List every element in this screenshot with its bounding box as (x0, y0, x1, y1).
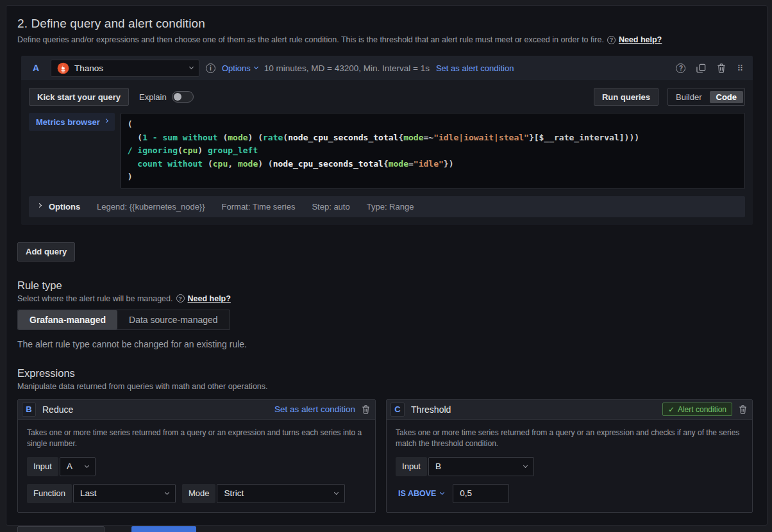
expression-title: Reduce (42, 404, 73, 415)
preview-button[interactable]: Preview (131, 526, 196, 532)
expression-ref-id: B (22, 403, 36, 417)
expression-ref-id: C (390, 403, 405, 417)
rule-type-title: Rule type (17, 279, 753, 292)
set-as-alert-condition-link[interactable]: Set as alert condition (436, 63, 514, 73)
rule-type-description: Select where the alert rule will be mana… (17, 294, 753, 303)
explain-label: Explain (139, 92, 167, 102)
toggle-knob (174, 93, 181, 101)
builder-tab[interactable]: Builder (669, 91, 708, 103)
alert-condition-badge[interactable]: ✓ Alert condition (662, 403, 732, 416)
thanos-datasource-icon (57, 62, 69, 74)
expand-chevron-icon (37, 203, 42, 208)
run-queries-button[interactable]: Run queries (594, 88, 659, 106)
chevron-down-icon (334, 490, 339, 494)
define-query-step: 2. Define query and alert condition Defi… (6, 5, 768, 526)
input-label: Input (27, 457, 58, 476)
add-expression-button[interactable]: Add expression (17, 526, 105, 532)
reduce-description: Takes one or more time series returned f… (27, 428, 366, 449)
chevron-down-icon (165, 490, 169, 494)
legend-setting: Legend: {{kubernetes_node}} (97, 202, 205, 212)
function-label: Function (27, 484, 72, 503)
chevron-down-icon (440, 490, 444, 494)
duplicate-query-icon[interactable] (696, 63, 706, 73)
query-options-toggle[interactable]: Options (222, 63, 258, 73)
query-options-collapsed-row[interactable]: Options Legend: {{kubernetes_node}} Form… (29, 196, 745, 217)
expressions-title: Expressions (17, 367, 753, 379)
reduce-mode-select[interactable]: Strict (217, 484, 345, 503)
datasource-picker[interactable]: Thanos (51, 60, 199, 77)
page-title: 2. Define query and alert condition (17, 17, 753, 31)
threshold-description: Takes one or more time series returned f… (396, 428, 742, 449)
add-query-button[interactable]: Add query (17, 242, 75, 262)
reduce-set-alert-condition-link[interactable]: Set as alert condition (274, 404, 355, 414)
threshold-condition-select[interactable]: IS ABOVE (396, 489, 446, 498)
options-row-label: Options (49, 202, 80, 212)
type-setting: Type: Range (367, 202, 414, 212)
rule-type-grafana-managed[interactable]: Grafana-managed (18, 310, 117, 329)
code-tab[interactable]: Code (710, 91, 744, 103)
mode-label: Mode (182, 484, 216, 503)
reduce-function-select[interactable]: Last (73, 484, 176, 503)
query-options-summary: 10 minutes, MD = 43200, Min. Interval = … (264, 63, 430, 73)
reduce-input-select[interactable]: A (60, 457, 96, 476)
kick-start-query-button[interactable]: Kick start your query (29, 88, 129, 106)
rule-type-need-help-link[interactable]: Need help? (188, 294, 231, 303)
query-ref-id: A (30, 63, 42, 73)
expressions-description: Manipulate data returned from queries wi… (17, 382, 753, 391)
delete-expression-icon[interactable] (362, 405, 370, 414)
query-header-row: A Thanos i Options 10 minutes, MD = 4320… (21, 56, 753, 80)
rule-type-note: The alert rule type cannot be changed fo… (17, 339, 753, 349)
help-question-icon: ? (607, 36, 616, 44)
chevron-down-icon (85, 463, 89, 467)
query-help-icon[interactable]: ? (676, 63, 685, 73)
builder-code-switch: Builder Code (667, 88, 745, 106)
reduce-expression-card: B Reduce Set as alert condition Takes on… (17, 399, 376, 513)
explain-toggle[interactable] (172, 91, 194, 103)
rule-type-datasource-managed[interactable]: Data source-managed (117, 310, 230, 329)
promql-editor[interactable]: ( (1 - sum without (mode) (rate(node_cpu… (121, 113, 745, 189)
expression-title: Threshold (411, 404, 451, 415)
threshold-input-select[interactable]: B (428, 457, 534, 476)
need-help-link[interactable]: Need help? (619, 35, 662, 44)
query-editor-card: A Thanos i Options 10 minutes, MD = 4320… (21, 56, 753, 225)
chevron-down-icon (523, 463, 528, 467)
datasource-info-icon: i (206, 63, 215, 73)
page-description-text: Define queries and/or expressions and th… (17, 35, 604, 44)
threshold-value-input[interactable] (453, 484, 509, 503)
delete-expression-icon[interactable] (739, 405, 747, 414)
page-description: Define queries and/or expressions and th… (17, 35, 753, 44)
metrics-browser-button[interactable]: Metrics browser (29, 113, 115, 131)
check-icon: ✓ (668, 405, 675, 414)
query-body: Kick start your query Explain Run querie… (21, 80, 753, 225)
delete-query-icon[interactable] (717, 63, 726, 73)
help-question-icon: ? (176, 294, 185, 303)
input-label: Input (396, 457, 427, 476)
chevron-right-icon (104, 119, 108, 123)
drag-handle-icon[interactable]: ⠿ (737, 63, 744, 73)
step-setting: Step: auto (312, 202, 349, 212)
rule-type-switch: Grafana-managed Data source-managed (17, 310, 230, 330)
format-setting: Format: Time series (222, 202, 296, 212)
chevron-down-icon (189, 65, 194, 69)
chevron-down-icon (254, 65, 258, 69)
threshold-expression-card: C Threshold ✓ Alert condition Takes one … (386, 399, 753, 513)
datasource-name: Thanos (74, 63, 185, 73)
